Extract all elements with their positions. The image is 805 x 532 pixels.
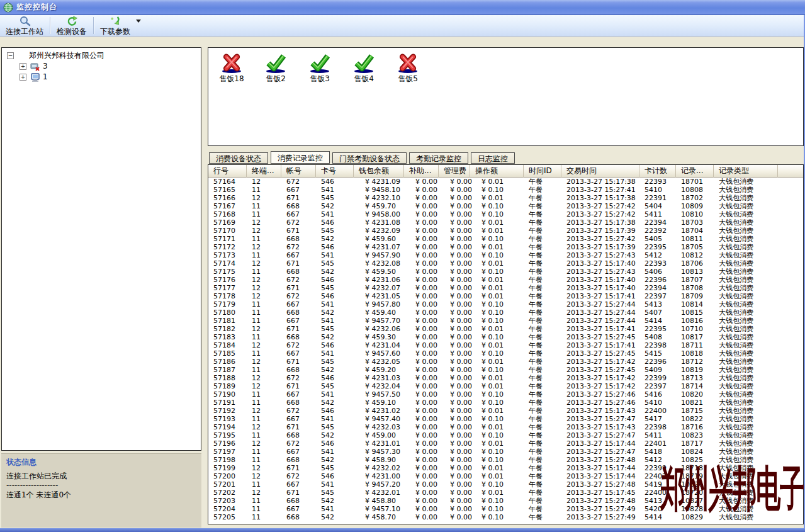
tree-root-label[interactable]: 郑州兴邦科技有限公司 [29,50,104,61]
column-header-2[interactable]: 帐号 [281,165,316,178]
cell: 2013-3-27 15:17:45 [561,489,639,497]
table-row[interactable]: 5720212671545¥ 4232.01¥ 0.00¥ 0.00¥ 0.01… [208,489,803,497]
table-row[interactable]: 5716511667541¥ 9458.10¥ 0.00¥ 0.00¥ 0.10… [208,186,803,194]
table-row[interactable]: 5717911667541¥ 9457.80¥ 0.00¥ 0.00¥ 0.10… [208,300,803,308]
tree-node-label[interactable]: 1 [43,72,48,82]
column-header-0[interactable]: 行号 [208,165,247,178]
device-item-2[interactable]: 售饭3 [298,54,342,84]
cell: 672 [281,374,316,382]
cell: ¥ 0.00 [404,415,439,423]
cell: 大钱包消费 [714,407,778,415]
table-row[interactable]: 5719811668542¥ 458.90¥ 0.00¥ 0.00¥ 0.10午… [208,456,803,464]
column-header-12[interactable]: 记录类型 [714,165,778,178]
device-item-1[interactable]: 售饭2 [254,54,298,84]
device-item-3[interactable]: 售饭4 [342,54,386,84]
column-header-8[interactable]: 时间ID [524,165,561,178]
table-row[interactable]: 5717612672546¥ 4231.06¥ 0.00¥ 0.00¥ 0.01… [208,276,803,284]
cell: 22393 [639,178,676,186]
table-row[interactable]: 5717012671545¥ 4232.09¥ 0.00¥ 0.00¥ 0.01… [208,227,803,235]
table-row[interactable]: 5718612671545¥ 4232.05¥ 0.00¥ 0.00¥ 0.01… [208,358,803,366]
cell: 大钱包消费 [714,390,778,399]
table-row[interactable]: 5719612672546¥ 4231.01¥ 0.00¥ 0.00¥ 0.01… [208,439,803,448]
tab-0[interactable]: 消费设备状态 [209,152,268,164]
device-item-4[interactable]: 售饭5 [386,54,430,84]
cell: ¥ 0.10 [470,431,524,439]
table-row[interactable]: 5719111668542¥ 459.10¥ 0.00¥ 0.00¥ 0.10午… [208,399,803,407]
download-params-dropdown-arrow[interactable] [136,20,141,23]
table-row[interactable]: 5718212671545¥ 4232.06¥ 0.00¥ 0.00¥ 0.01… [208,325,803,333]
column-header-1[interactable]: 终端... [247,165,281,178]
table-row[interactable]: 5718711668542¥ 459.20¥ 0.00¥ 0.00¥ 0.10午… [208,366,803,374]
column-header-3[interactable]: 卡号 [316,165,354,178]
connect-workstation-button[interactable]: 连接工作站 [1,15,48,36]
table-row[interactable]: 5717311667541¥ 9457.90¥ 0.00¥ 0.00¥ 0.10… [208,251,803,259]
table-row[interactable]: 5719011667541¥ 9457.50¥ 0.00¥ 0.00¥ 0.10… [208,390,803,399]
table-row[interactable]: 5718311668542¥ 459.30¥ 0.00¥ 0.00¥ 0.10午… [208,333,803,341]
table-row[interactable]: 5716412672546¥ 4231.09¥ 0.00¥ 0.00¥ 0.01… [208,178,803,186]
table-row[interactable]: 5719511668542¥ 459.00¥ 0.00¥ 0.00¥ 0.10午… [208,431,803,439]
device-label: 售饭3 [298,74,342,84]
expand-icon[interactable] [20,63,26,70]
cell: 2013-3-27 15:27:43 [561,251,639,259]
table-row[interactable]: 5717712671545¥ 4232.07¥ 0.00¥ 0.00¥ 0.01… [208,284,803,292]
table-row[interactable]: 5719212672546¥ 4231.02¥ 0.00¥ 0.00¥ 0.01… [208,407,803,415]
cell: 10808 [676,186,714,194]
column-header-4[interactable]: 钱包余额 [354,165,404,178]
cell: ¥ 0.00 [439,243,470,251]
tab-bar: 消费设备状态消费记录监控门禁考勤设备状态考勤记录监控日志监控 [209,151,517,164]
tree-node-company[interactable]: 郑州兴邦科技有限公司 [2,50,201,61]
tree-node-terminal-1[interactable]: 1 [2,72,201,82]
cell: ¥ 459.10 [354,399,404,407]
table-row[interactable]: 5718812672546¥ 4231.03¥ 0.00¥ 0.00¥ 0.01… [208,374,803,382]
column-header-5[interactable]: 补助... [404,165,439,178]
column-header-6[interactable]: 管理费 [439,165,470,178]
download-params-button[interactable]: 下载参数 [96,15,135,36]
table-row[interactable]: 5720012672546¥ 4231.00¥ 0.00¥ 0.00¥ 0.01… [208,472,803,480]
table-row[interactable]: 5716912672546¥ 4231.08¥ 0.00¥ 0.00¥ 0.01… [208,218,803,227]
table-row[interactable]: 5718111667541¥ 9457.70¥ 0.00¥ 0.00¥ 0.10… [208,317,803,325]
table-row[interactable]: 5720311668542¥ 458.80¥ 0.00¥ 0.00¥ 0.10午… [208,497,803,505]
table-row[interactable]: 5717412671545¥ 4232.08¥ 0.00¥ 0.00¥ 0.01… [208,259,803,268]
table-row[interactable]: 5719711667541¥ 9457.30¥ 0.00¥ 0.00¥ 0.10… [208,448,803,456]
tab-2[interactable]: 门禁考勤设备状态 [332,152,407,164]
tab-4[interactable]: 日志监控 [471,152,515,164]
cell: ¥ 0.10 [470,300,524,308]
cell: 2013-3-27 15:27:41 [561,186,639,194]
table-row[interactable]: 5718412672546¥ 4231.04¥ 0.00¥ 0.00¥ 0.01… [208,341,803,349]
terminal-offline-icon [30,62,40,71]
cell: 667 [281,448,316,456]
table-row[interactable]: 5717111668542¥ 459.60¥ 0.00¥ 0.00¥ 0.10午… [208,235,803,243]
table-row[interactable]: 5719311667541¥ 9457.40¥ 0.00¥ 0.00¥ 0.10… [208,415,803,423]
collapse-icon[interactable] [7,52,14,59]
app-window: 监控控制台 连接工作站 检测设备 [0,0,805,532]
column-header-7[interactable]: 操作额 [470,165,524,178]
table-row[interactable]: 5720411667541¥ 9457.10¥ 0.00¥ 0.00¥ 0.10… [208,505,803,513]
cell: 午餐 [524,448,561,456]
tab-3[interactable]: 考勤记录监控 [409,152,468,164]
tree-node-label[interactable]: 3 [43,61,48,72]
cell: 667 [281,210,316,218]
table-row[interactable]: 5719912671545¥ 4232.02¥ 0.00¥ 0.00¥ 0.01… [208,464,803,472]
table-row[interactable]: 5718011668542¥ 459.40¥ 0.00¥ 0.00¥ 0.10午… [208,308,803,317]
detect-device-button[interactable]: 检测设备 [52,15,91,36]
table-row[interactable]: 5717212672546¥ 4231.07¥ 0.00¥ 0.00¥ 0.01… [208,243,803,251]
table-row[interactable]: 5720111667541¥ 9457.20¥ 0.00¥ 0.00¥ 0.10… [208,480,803,489]
table-row[interactable]: 5720511668542¥ 458.70¥ 0.00¥ 0.00¥ 0.10午… [208,513,803,521]
table-row[interactable]: 5716711668542¥ 459.70¥ 0.00¥ 0.00¥ 0.10午… [208,202,803,210]
table-row[interactable]: 5719412671545¥ 4232.03¥ 0.00¥ 0.00¥ 0.01… [208,423,803,431]
cell: ¥ 4231.02 [354,407,404,415]
column-header-11[interactable]: 记录... [676,165,714,178]
cell: ¥ 0.00 [439,308,470,317]
column-header-10[interactable]: 卡计数 [639,165,676,178]
column-header-9[interactable]: 交易时间 [561,165,639,178]
expand-icon[interactable] [20,74,26,81]
table-row[interactable]: 5716612671545¥ 4232.10¥ 0.00¥ 0.00¥ 0.01… [208,194,803,202]
device-item-0[interactable]: 售饭18 [210,54,254,84]
table-row[interactable]: 5718912671545¥ 4232.04¥ 0.00¥ 0.00¥ 0.01… [208,382,803,390]
table-row[interactable]: 5717511668542¥ 459.50¥ 0.00¥ 0.00¥ 0.10午… [208,268,803,276]
table-row[interactable]: 5717812672546¥ 4231.05¥ 0.00¥ 0.00¥ 0.01… [208,292,803,300]
tree-node-terminal-3[interactable]: 3 [2,61,201,72]
tab-1[interactable]: 消费记录监控 [271,151,330,164]
table-row[interactable]: 5716811667541¥ 9458.00¥ 0.00¥ 0.00¥ 0.10… [208,210,803,218]
table-row[interactable]: 5718511667541¥ 9457.60¥ 0.00¥ 0.00¥ 0.10… [208,349,803,358]
